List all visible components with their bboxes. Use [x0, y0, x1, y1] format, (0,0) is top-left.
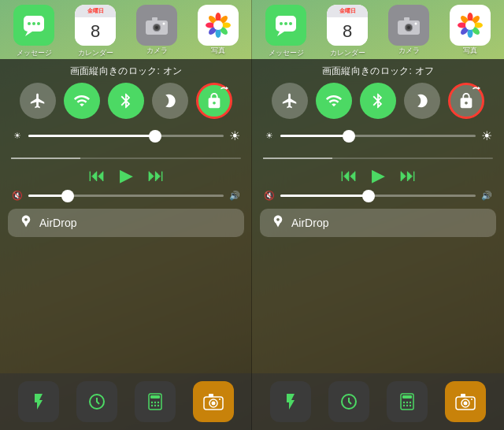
calculator-btn-left[interactable] [135, 381, 176, 422]
left-volume-thumb[interactable] [61, 190, 74, 202]
right-volume-row: 🔇 🔊 [263, 191, 493, 201]
right-brightness-track[interactable] [280, 135, 476, 137]
svg-rect-70 [461, 394, 465, 397]
svg-marker-21 [226, 87, 228, 90]
svg-point-61 [403, 402, 405, 403]
camera-label-left: カメラ [146, 46, 168, 56]
right-volume-track[interactable] [280, 195, 476, 197]
app-photos-left[interactable]: 写真 [191, 5, 245, 56]
left-top-apps: メッセージ 金曜日 8 カレンダー カメラ [0, 0, 252, 61]
photos-label-left: 写真 [211, 46, 225, 56]
svg-marker-1 [25, 32, 32, 36]
svg-point-33 [212, 402, 216, 406]
rewind-btn-left[interactable]: ⏮ [88, 165, 106, 186]
calendar-label-right: カレンダー [330, 48, 365, 58]
app-camera-left[interactable]: カメラ [130, 5, 183, 56]
camera-quick-btn-right[interactable] [445, 381, 486, 422]
brightness-max-icon-left: ☀ [228, 128, 241, 143]
moon-toggle-left[interactable] [152, 83, 188, 119]
app-calendar-left[interactable]: 金曜日 8 カレンダー [69, 5, 122, 58]
svg-point-10 [163, 23, 165, 25]
svg-point-71 [471, 398, 472, 400]
camera-label-right: カメラ [398, 46, 420, 56]
right-brightness-row: ☀ ☀ [263, 128, 493, 143]
left-brightness-row: ☀ ☀ [11, 128, 241, 143]
svg-point-65 [406, 405, 408, 406]
left-brightness-track[interactable] [28, 135, 224, 137]
lock-toggle-left[interactable] [196, 83, 232, 119]
svg-rect-60 [402, 395, 412, 398]
left-volume-row: 🔇 🔊 [11, 191, 241, 201]
airplane-toggle-right[interactable] [272, 83, 308, 119]
right-status-text: 画面縦向きのロック: オフ [252, 59, 504, 83]
calculator-btn-right[interactable] [387, 381, 428, 422]
app-messages-right[interactable]: メッセージ [259, 5, 313, 58]
bluetooth-toggle-left[interactable] [108, 83, 144, 119]
volume-max-icon-left: 🔊 [228, 191, 241, 201]
calendar-icon-right: 金曜日 8 [327, 5, 368, 46]
left-panel: メッセージ 金曜日 8 カレンダー カメラ [0, 0, 252, 430]
volume-max-icon-right: 🔊 [480, 191, 493, 201]
app-messages-left[interactable]: メッセージ [7, 5, 61, 58]
svg-point-8 [155, 26, 158, 29]
app-photos-right[interactable]: 写真 [443, 5, 497, 56]
airdrop-bar-right[interactable]: AirDrop [260, 209, 496, 237]
right-progress-bar [263, 158, 493, 159]
app-calendar-right[interactable]: 金曜日 8 カレンダー [321, 5, 374, 58]
svg-point-3 [32, 22, 35, 25]
left-brightness-fill [28, 135, 155, 137]
airdrop-label-right: AirDrop [291, 217, 328, 229]
left-progress-fill [11, 158, 80, 159]
calendar-label-left: カレンダー [78, 48, 113, 58]
wifi-toggle-left[interactable] [64, 83, 100, 119]
svg-point-2 [28, 22, 31, 25]
svg-point-25 [151, 402, 153, 403]
left-brightness-section: ☀ ☀ [0, 125, 252, 151]
right-brightness-fill [280, 135, 349, 137]
svg-point-62 [406, 402, 408, 403]
svg-point-38 [280, 22, 283, 25]
clock-btn-left[interactable] [76, 381, 117, 422]
right-panel: メッセージ 金曜日 8 カレンダー カメラ [252, 0, 504, 430]
calendar-icon-left: 金曜日 8 [75, 5, 116, 46]
svg-rect-24 [150, 395, 160, 398]
airdrop-bar-left[interactable]: AirDrop [8, 209, 244, 237]
flashlight-btn-right[interactable] [270, 381, 311, 422]
left-toggle-row [0, 83, 252, 125]
rewind-btn-right[interactable]: ⏮ [340, 165, 358, 186]
airplane-toggle-left[interactable] [20, 83, 56, 119]
left-media-section: ⏮ ▶ ⏭ 🔇 🔊 [0, 151, 252, 206]
svg-point-30 [158, 405, 159, 406]
lock-toggle-right[interactable] [448, 83, 484, 119]
flashlight-btn-left[interactable] [18, 381, 59, 422]
right-quick-actions [252, 373, 504, 430]
right-brightness-thumb[interactable] [343, 130, 355, 143]
svg-point-39 [284, 22, 287, 25]
left-brightness-thumb[interactable] [149, 130, 161, 143]
volume-min-icon-right: 🔇 [263, 191, 276, 201]
svg-rect-9 [152, 17, 158, 20]
wifi-toggle-right[interactable] [316, 83, 352, 119]
left-volume-track[interactable] [28, 195, 224, 197]
svg-point-56 [465, 20, 475, 30]
app-camera-right[interactable]: カメラ [382, 5, 435, 56]
right-media-section: ⏮ ▶ ⏭ 🔇 🔊 [252, 151, 504, 206]
clock-btn-right[interactable] [328, 381, 369, 422]
fastforward-btn-right[interactable]: ⏭ [399, 165, 417, 186]
moon-toggle-right[interactable] [404, 83, 440, 119]
messages-icon-left [13, 5, 54, 46]
messages-label-left: メッセージ [17, 48, 52, 58]
svg-rect-34 [209, 394, 213, 397]
play-btn-right[interactable]: ▶ [372, 165, 385, 186]
photos-label-right: 写真 [463, 46, 477, 56]
camera-quick-btn-left[interactable] [193, 381, 234, 422]
svg-point-46 [415, 23, 417, 25]
fastforward-btn-left[interactable]: ⏭ [147, 165, 165, 186]
right-volume-thumb[interactable] [362, 190, 375, 202]
svg-point-44 [407, 26, 410, 29]
bluetooth-toggle-right[interactable] [360, 83, 396, 119]
play-btn-left[interactable]: ▶ [120, 165, 133, 186]
svg-point-64 [403, 405, 405, 406]
volume-min-icon-left: 🔇 [11, 191, 24, 201]
camera-icon-left [136, 5, 177, 46]
